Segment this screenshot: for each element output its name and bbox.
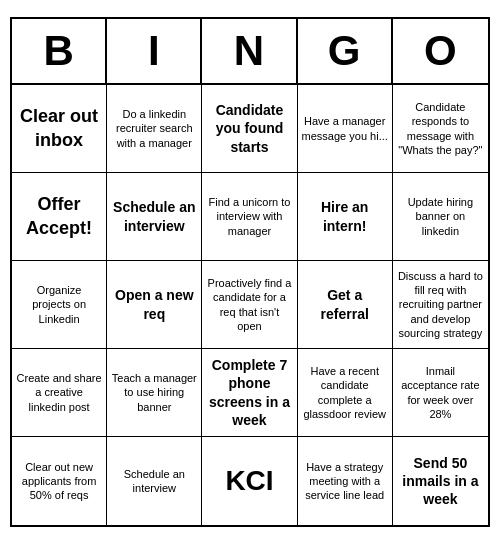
bingo-cell-19: Have a recent candidate complete a glass… (298, 349, 393, 437)
bingo-cell-14: Get a referral (298, 261, 393, 349)
bingo-cell-22: Schedule an interview (107, 437, 202, 525)
bingo-cell-23: KCI (202, 437, 297, 525)
bingo-cell-12: Open a new req (107, 261, 202, 349)
bingo-letter-o: O (393, 19, 488, 83)
bingo-cell-3: Candidate you found starts (202, 85, 297, 173)
bingo-cell-24: Have a strategy meeting with a service l… (298, 437, 393, 525)
bingo-cell-20: Inmail acceptance rate for week over 28% (393, 349, 488, 437)
bingo-cell-9: Hire an intern! (298, 173, 393, 261)
bingo-cell-10: Update hiring banner on linkedin (393, 173, 488, 261)
bingo-cell-18: Complete 7 phone screens in a week (202, 349, 297, 437)
bingo-card: BINGO Clear out inboxDo a linkedin recru… (10, 17, 490, 527)
bingo-grid: Clear out inboxDo a linkedin recruiter s… (12, 85, 488, 525)
bingo-cell-4: Have a manager message you hi... (298, 85, 393, 173)
bingo-cell-11: Organize projects on Linkedin (12, 261, 107, 349)
bingo-cell-16: Create and share a creative linkedin pos… (12, 349, 107, 437)
bingo-cell-2: Do a linkedin recruiter search with a ma… (107, 85, 202, 173)
bingo-cell-15: Discuss a hard to fill req with recruiti… (393, 261, 488, 349)
bingo-letter-g: G (298, 19, 393, 83)
bingo-letter-b: B (12, 19, 107, 83)
bingo-cell-21: Clear out new applicants from 50% of req… (12, 437, 107, 525)
bingo-cell-7: Schedule an interview (107, 173, 202, 261)
bingo-letter-i: I (107, 19, 202, 83)
bingo-letter-n: N (202, 19, 297, 83)
bingo-cell-13: Proactively find a candidate for a req t… (202, 261, 297, 349)
bingo-cell-6: Offer Accept! (12, 173, 107, 261)
bingo-cell-25: Send 50 inmails in a week (393, 437, 488, 525)
bingo-cell-5: Candidate responds to message with "What… (393, 85, 488, 173)
bingo-cell-17: Teach a manager to use hiring banner (107, 349, 202, 437)
bingo-cell-1: Clear out inbox (12, 85, 107, 173)
bingo-header: BINGO (12, 19, 488, 85)
bingo-cell-8: Find a unicorn to interview with manager (202, 173, 297, 261)
